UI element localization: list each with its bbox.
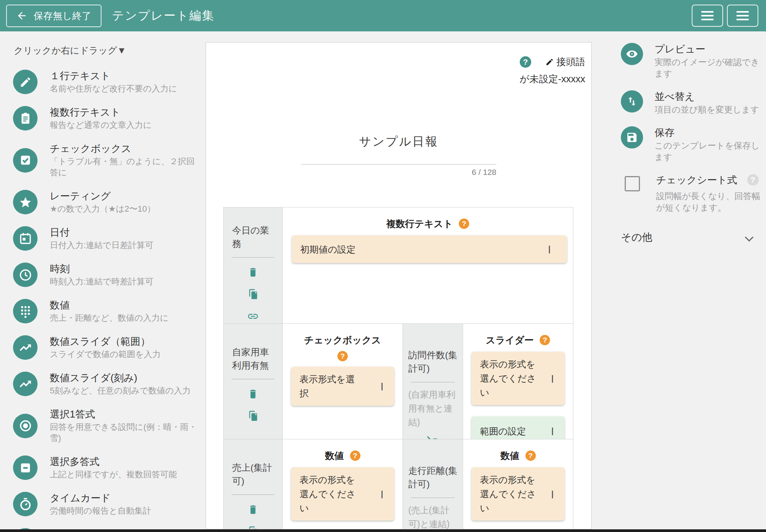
linked-field-label[interactable]: 走行距離(集計可): [403, 464, 463, 491]
palette-item-title: 数値: [50, 299, 169, 311]
display-format-dropdown[interactable]: 表示形式を選択: [291, 367, 394, 406]
help-icon[interactable]: ?: [540, 335, 550, 345]
palette-item-single-line-text[interactable]: １行テキスト名前や住所など改行不要の入力に: [13, 70, 206, 94]
chevron-down-icon: [552, 491, 553, 498]
checkbox-minus-icon: [19, 461, 32, 475]
palette-item-multi-choice[interactable]: 選択多答式上記と同様ですが、複数回答可能: [13, 455, 206, 480]
action-desc: このテンプレートを保存します: [655, 140, 766, 163]
help-icon[interactable]: ?: [350, 450, 360, 461]
palette-item-desc: 「トラブル有・無」のように、２択回答に: [50, 156, 197, 178]
prefix-area: ? 接頭語 が未設定-xxxxx: [520, 55, 585, 85]
dropdown-value: 表示の形式を選んでください: [480, 357, 540, 400]
field-type-header: 数値: [325, 449, 344, 462]
exit-without-saving-button[interactable]: 保存無し終了: [6, 5, 101, 27]
palette-item-date[interactable]: 日付日付入力:連結で日差計算可: [13, 226, 206, 251]
field-config-cell: 数値 ? 表示の形式を選んでください: [463, 439, 573, 529]
range-setting-dropdown[interactable]: 範囲の設定: [471, 416, 565, 439]
dropdown-value: 表示形式を選択: [300, 372, 360, 400]
palette-item-multi-line-text[interactable]: 複数行テキスト報告など通常の文章入力に: [13, 106, 206, 131]
prefix-status: が未設定-xxxxx: [520, 73, 585, 85]
palette-item-title: 日付: [50, 226, 154, 238]
page-title: テンプレート編集: [112, 8, 215, 24]
palette-item-slider-range[interactable]: 数値スライダ（範囲）スライダで数値の範囲を入力: [13, 335, 206, 360]
others-expander[interactable]: その他: [621, 230, 766, 244]
checksheet-desc: 設問幅が長くなり、回答幅が短くなります。: [656, 191, 766, 214]
linked-field-cell: 走行距離(集計可) (売上(集計可)と連結): [403, 439, 463, 529]
display-format-dropdown[interactable]: 表示の形式を選んでください: [471, 352, 565, 405]
field-label[interactable]: 自家用車利用有無: [224, 345, 282, 372]
checkbox-icon: [19, 153, 32, 167]
save-icon: [626, 131, 638, 144]
chevron-down-icon: [552, 428, 553, 435]
action-title: プレビュー: [655, 43, 766, 55]
edit-prefix-button[interactable]: 接頭語: [545, 55, 585, 68]
palette-item-desc: 報告など通常の文章入力に: [50, 119, 152, 131]
palette-item-desc: 上記と同様ですが、複数回答可能: [50, 469, 177, 480]
pencil-icon: [545, 57, 554, 67]
palette-item-desc: 名前や住所など改行不要の入力に: [50, 83, 177, 94]
copy-icon[interactable]: [247, 288, 259, 300]
palette-item-slider-step[interactable]: 数値スライダ(刻み)5刻みなど、任意の刻みで数値の入力: [13, 372, 206, 396]
pencil-icon: [19, 75, 32, 89]
help-icon[interactable]: ?: [525, 450, 536, 461]
copy-icon[interactable]: [247, 410, 259, 422]
palette-item-number[interactable]: 数値売上・距離など、数値の入力に: [13, 299, 206, 323]
action-desc: 実際のイメージが確認できます: [655, 57, 766, 80]
initial-value-dropdown[interactable]: 初期値の設定: [292, 235, 567, 263]
palette-item-desc: スライダで数値の範囲を入力: [50, 349, 161, 360]
table-row: 今日の業務 複数行テキスト ? 初期値の設定: [224, 207, 573, 324]
trash-icon[interactable]: [247, 388, 259, 400]
exit-button-label: 保存無し終了: [34, 10, 92, 22]
link-note: (自家用車利用有無と連結): [403, 382, 463, 429]
chevron-down-icon: [549, 246, 550, 253]
palette-hint: クリックか右にドラッグ▼: [14, 44, 206, 57]
help-icon[interactable]: ?: [337, 351, 348, 361]
palette-item-title: 複数行テキスト: [50, 106, 152, 118]
action-title: 保存: [655, 126, 766, 139]
checksheet-help-icon[interactable]: ?: [747, 174, 759, 186]
display-format-dropdown[interactable]: 表示の形式を選んでください: [291, 467, 394, 521]
menu-button-1[interactable]: [692, 5, 723, 27]
template-title[interactable]: サンプル日報: [206, 134, 591, 150]
prefix-label: 接頭語: [556, 55, 585, 68]
link-icon[interactable]: [247, 310, 259, 322]
field-label[interactable]: 今日の業務: [224, 224, 282, 250]
field-type-header: 数値: [501, 449, 519, 462]
chevron-down-icon: [552, 375, 553, 383]
chevron-down-icon: [381, 383, 383, 390]
table-row: 自家用車利用有無 チェックボックス ? 表示形式を選択 訪問件数(集計可): [224, 324, 573, 439]
menu-button-2[interactable]: [727, 5, 758, 27]
field-config-cell: スライダー ? 表示の形式を選んでください 範囲の設定: [463, 324, 573, 439]
checksheet-checkbox[interactable]: [625, 176, 640, 191]
palette-item-timecard[interactable]: タイムカード労働時間の報告と自動集計: [13, 492, 206, 516]
title-char-counter: 6 / 128: [301, 168, 496, 177]
radio-icon: [19, 419, 32, 432]
palette-item-title: チェックボックス: [50, 142, 197, 155]
title-underline: [301, 164, 496, 165]
palette-item-checkbox[interactable]: チェックボックス「トラブル有・無」のように、２択回答に: [13, 142, 206, 178]
field-type-header: チェックボックス: [304, 334, 381, 346]
field-type-palette: クリックか右にドラッグ▼ １行テキスト名前や住所など改行不要の入力に 複数行テキ…: [0, 31, 206, 529]
palette-item-desc: 労働時間の報告と自動集計: [50, 505, 151, 516]
prefix-help-icon[interactable]: ?: [520, 56, 531, 68]
chevron-down-icon: [381, 491, 383, 498]
trash-icon[interactable]: [247, 503, 259, 515]
link-off-icon[interactable]: [426, 434, 440, 439]
save-button[interactable]: 保存このテンプレートを保存します: [621, 126, 766, 163]
preview-button[interactable]: プレビュー実際のイメージが確認できます: [621, 43, 766, 80]
help-icon[interactable]: ?: [459, 219, 469, 229]
field-config-cell: チェックボックス ? 表示形式を選択: [283, 324, 403, 439]
reorder-button[interactable]: 並べ替え項目の並び順を変更します: [621, 90, 766, 116]
copy-icon[interactable]: [247, 525, 259, 529]
field-label[interactable]: 売上(集計可): [224, 461, 282, 488]
header-menu-group: [692, 5, 758, 27]
display-format-dropdown[interactable]: 表示の形式を選んでください: [471, 467, 565, 521]
palette-item-title: レーティング: [50, 190, 155, 202]
linked-field-label[interactable]: 訪問件数(集計可): [403, 348, 463, 375]
app-header: 保存無し終了 テンプレート編集: [0, 0, 766, 31]
trash-icon[interactable]: [247, 266, 259, 278]
palette-item-rating[interactable]: レーティング★の数で入力（★は2〜10）: [13, 190, 206, 214]
actions-panel: プレビュー実際のイメージが確認できます 並べ替え項目の並び順を変更します 保存こ…: [592, 31, 766, 529]
palette-item-time[interactable]: 時刻時刻入力:連結で時差計算可: [13, 263, 206, 287]
palette-item-single-choice[interactable]: 選択1答式回答を用意できる設問に(例：晴・雨・雪): [13, 408, 206, 444]
